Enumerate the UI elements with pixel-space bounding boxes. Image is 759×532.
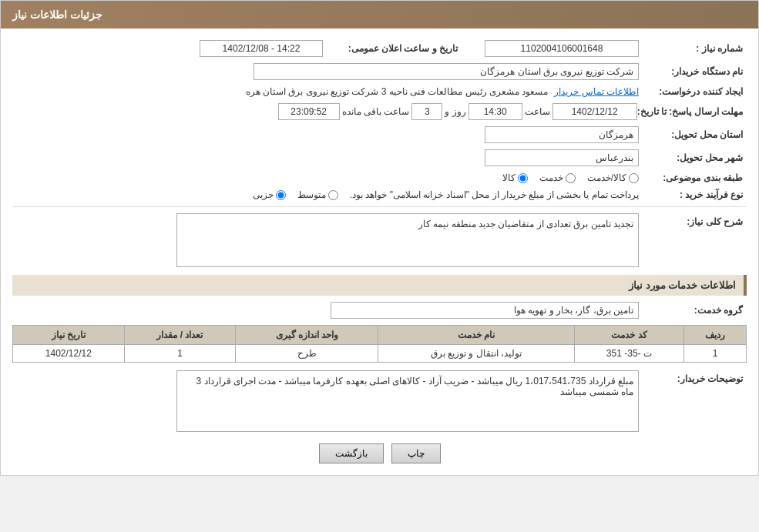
category-label: طبقه بندی موضوعی: bbox=[639, 172, 747, 183]
col-header-date: تاریخ نیاز bbox=[13, 326, 125, 345]
table-cell-name: تولید، انتقال و توزیع برق bbox=[378, 345, 574, 363]
table-cell-date: 1402/12/12 bbox=[13, 345, 125, 363]
buyer-notes-value: مبلغ قرارداد 1،017،541،735 ریال میباشد -… bbox=[176, 370, 639, 432]
delivery-province-label: استان محل تحویل: bbox=[639, 129, 747, 140]
need-description-label: شرح کلی نیاز: bbox=[639, 213, 747, 227]
announcement-label: تاریخ و ساعت اعلان عمومی: bbox=[323, 43, 462, 54]
reply-remaining: 23:09:52 bbox=[278, 103, 340, 120]
table-cell-qty: 1 bbox=[124, 345, 236, 363]
col-header-qty: تعداد / مقدار bbox=[124, 326, 236, 345]
action-buttons: بازگشت چاپ bbox=[12, 443, 747, 463]
category-goods-service-label: خدمت bbox=[539, 172, 563, 183]
reply-days: 3 bbox=[411, 103, 442, 120]
reply-time-label: ساعت bbox=[525, 106, 550, 117]
col-header-name: نام خدمت bbox=[378, 326, 574, 345]
buyer-org-value: شرکت توزیع نیروی برق استان هرمزگان bbox=[254, 63, 639, 80]
buyer-notes-label: توضیحات خریدار: bbox=[639, 370, 747, 384]
process-partial-label: جزیی bbox=[253, 189, 274, 200]
need-number-value: 1102004106001648 bbox=[485, 40, 639, 57]
page-header: جزئیات اطلاعات نیاز bbox=[1, 1, 758, 28]
col-header-code: کد خدمت bbox=[574, 326, 684, 345]
reply-date: 1402/12/12 bbox=[552, 103, 637, 120]
process-medium[interactable]: متوسط bbox=[297, 189, 338, 200]
table-cell-code: ت -35- 351 bbox=[574, 345, 684, 363]
buyer-org-label: نام دستگاه خریدار: bbox=[639, 66, 747, 77]
process-radio-group: متوسط جزیی bbox=[253, 189, 338, 200]
category-option-goods-service[interactable]: خدمت bbox=[539, 172, 576, 183]
category-service-label: کالا/خدمت bbox=[587, 172, 626, 183]
need-number-label: شماره نیاز : bbox=[639, 43, 747, 54]
reply-time: 14:30 bbox=[468, 103, 522, 120]
back-button[interactable]: بازگشت bbox=[319, 443, 384, 463]
print-button[interactable]: چاپ bbox=[391, 443, 441, 463]
delivery-city-value: بندرعباس bbox=[485, 149, 639, 166]
reply-days-label: روز و bbox=[445, 106, 465, 117]
process-type-label: نوع فرآیند خرید : bbox=[639, 189, 747, 200]
requester-label: ایجاد کننده درخواست: bbox=[639, 86, 747, 97]
requester-value: مسعود مشعری رئیس مطالعات فنی ناحیه 3 شرک… bbox=[246, 86, 549, 97]
category-option-goods[interactable]: کالا bbox=[502, 172, 528, 183]
process-medium-label: متوسط bbox=[297, 189, 326, 200]
col-header-row: ردیف bbox=[684, 326, 747, 345]
service-group-value: تامین برق، گاز، بخار و تهویه هوا bbox=[331, 302, 639, 319]
col-header-unit: واحد اندازه گیری bbox=[236, 326, 378, 345]
category-radio-group: کالا/خدمت خدمت کالا bbox=[502, 172, 639, 183]
table-cell-unit: طرح bbox=[236, 345, 378, 363]
reply-remaining-label: ساعت باقی مانده bbox=[342, 106, 410, 117]
process-partial[interactable]: جزیی bbox=[253, 189, 286, 200]
services-section-header: اطلاعات خدمات مورد نیاز bbox=[12, 275, 747, 296]
announcement-value: 1402/12/08 - 14:22 bbox=[200, 40, 323, 57]
page-title: جزئیات اطلاعات نیاز bbox=[12, 8, 102, 21]
category-goods-label: کالا bbox=[502, 172, 516, 183]
reply-deadline-label: مهلت ارسال پاسخ: تا تاریخ: bbox=[637, 106, 747, 117]
contact-link[interactable]: اطلاعات تماس خریدار bbox=[554, 86, 639, 97]
table-row: 1ت -35- 351تولید، انتقال و توزیع برقطرح1… bbox=[13, 345, 747, 363]
table-cell-row: 1 bbox=[684, 345, 747, 363]
delivery-city-label: شهر محل تحویل: bbox=[639, 152, 747, 163]
service-group-label: گروه خدمت: bbox=[639, 305, 747, 316]
process-note: پرداخت تمام یا بخشی از مبلغ خریدار از مح… bbox=[350, 189, 639, 200]
services-table: ردیف کد خدمت نام خدمت واحد اندازه گیری ت… bbox=[12, 325, 747, 363]
need-description-value: تجدید تامین برق تعدادی از متقاضیان جدید … bbox=[176, 213, 639, 267]
delivery-province-value: هرمزگان bbox=[485, 126, 639, 143]
category-option-service[interactable]: کالا/خدمت bbox=[587, 172, 639, 183]
